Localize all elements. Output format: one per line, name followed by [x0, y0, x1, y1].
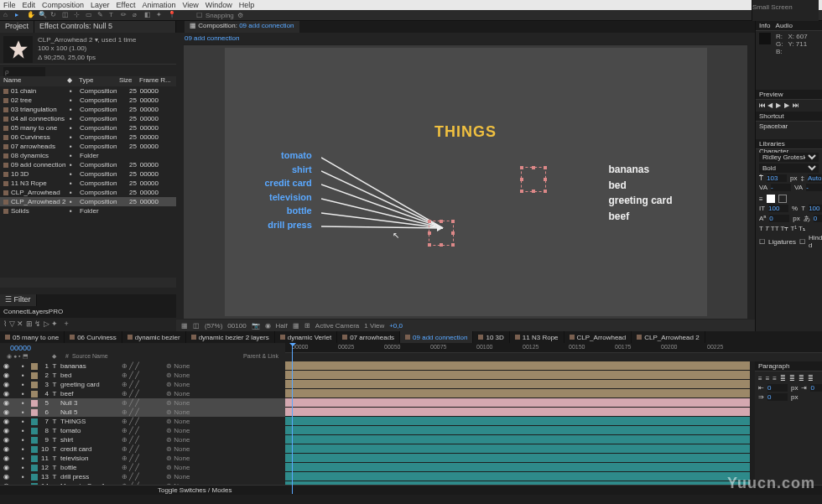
preview-first-icon[interactable]: ⏮	[759, 101, 766, 108]
grid-icon[interactable]: ⊞	[304, 322, 310, 330]
menu-help[interactable]: Help	[239, 1, 255, 9]
baseline-input[interactable]	[769, 215, 789, 222]
ws-smallscreen[interactable]: Small Screen	[752, 3, 819, 11]
resolution-select[interactable]: Half	[276, 322, 288, 330]
playhead[interactable]	[292, 343, 293, 494]
layer-bar[interactable]	[285, 361, 750, 370]
wireframe-icon[interactable]: ◫	[193, 322, 200, 330]
justify-all-icon[interactable]: ≣	[808, 375, 814, 382]
tab-effect-controls[interactable]: Effect Controls: Null 5	[34, 21, 176, 33]
pen-tool-icon[interactable]: ✎	[97, 11, 106, 19]
snap-opt-icon[interactable]: ⚙	[237, 12, 243, 19]
preview-next-icon[interactable]: ▶	[784, 101, 791, 108]
camera-select[interactable]: Active Camera	[315, 322, 359, 330]
shape-tool-icon[interactable]: ▭	[86, 11, 94, 19]
project-item[interactable]: 11 N3 Rope▪Composition2500000	[0, 179, 176, 188]
timeline-tab[interactable]: 09 add connection	[400, 331, 473, 343]
layer-bar[interactable]	[285, 444, 750, 453]
eraser-tool-icon[interactable]: ◧	[144, 11, 153, 19]
time-display[interactable]: 00100	[227, 322, 246, 330]
project-item[interactable]: Solids▪Folder	[0, 206, 176, 216]
layer-bar[interactable]	[285, 398, 750, 407]
timeline-time[interactable]: 00000	[0, 343, 285, 353]
timeline-tab[interactable]: 06 Curviness	[65, 331, 122, 343]
timeline-layer-row[interactable]: ◉▪2Tbed⊕ ╱ ╱⊚ None	[0, 371, 285, 380]
ligatures-label[interactable]: Ligatures	[768, 238, 796, 246]
font-size-input[interactable]	[767, 174, 787, 182]
project-item[interactable]: 10 3D▪Composition2500000	[0, 169, 176, 179]
filter-tab[interactable]: ☰ Filter	[0, 294, 37, 306]
leading-input[interactable]	[808, 174, 822, 182]
italic-icon[interactable]: T	[765, 225, 769, 232]
toggle-switches-button[interactable]: Toggle Switches / Modes	[158, 486, 232, 494]
font-family-select[interactable]: Ridley Grotesk	[759, 153, 819, 162]
preview-last-icon[interactable]: ⏭	[793, 101, 799, 108]
smallcaps-icon[interactable]: Tᴛ	[781, 225, 789, 232]
timeline-bars[interactable]	[285, 361, 755, 485]
project-search-input[interactable]	[3, 67, 45, 76]
timeline-tab[interactable]: dynamic bezier 2 layers	[186, 331, 275, 343]
col-frame[interactable]: Frame R...	[139, 76, 171, 86]
view-select[interactable]: 1 View	[364, 322, 384, 330]
tracking-input[interactable]	[806, 184, 822, 191]
alpha-icon[interactable]: ▦	[181, 322, 188, 330]
menu-effect[interactable]: Effect	[117, 1, 136, 9]
project-item[interactable]: 08 dynamics▪Folder	[0, 151, 176, 160]
menu-view[interactable]: View	[182, 1, 198, 9]
timeline-layer-row[interactable]: ◉▪11Ttelevision⊕ ╱ ╱⊚ None	[0, 454, 285, 463]
project-item[interactable]: CLP_Arrowhead▪Composition2500000	[0, 188, 176, 197]
zoom-value[interactable]: (57%)	[205, 322, 222, 330]
layer-bar[interactable]	[285, 371, 750, 379]
project-item[interactable]: CLP_Arrowhead 2▪Composition2500000	[0, 197, 176, 206]
preview-prev-icon[interactable]: ◀	[767, 101, 774, 108]
rotate-tool-icon[interactable]: ↻	[50, 11, 59, 19]
col-label-icon[interactable]: ◆	[67, 76, 77, 86]
project-item[interactable]: 03 triangulation▪Composition2500000	[0, 105, 176, 114]
null-3-box[interactable]	[521, 167, 546, 192]
indent-first-input[interactable]	[767, 393, 788, 401]
indent-right-input[interactable]	[810, 384, 822, 392]
timeline-layers[interactable]: ◉▪1Tbananas⊕ ╱ ╱⊚ None◉▪2Tbed⊕ ╱ ╱⊚ None…	[0, 361, 285, 485]
clone-tool-icon[interactable]: ⌀	[133, 11, 141, 19]
exposure-value[interactable]: +0,0	[389, 322, 403, 330]
snapping-check[interactable]: ☐	[196, 12, 202, 19]
channel-icon[interactable]: ◉	[265, 322, 271, 330]
bold-icon[interactable]: T	[759, 225, 763, 232]
home-icon[interactable]: ⌂	[3, 11, 12, 19]
puppet-tool-icon[interactable]: 📍	[168, 11, 176, 19]
brush-tool-icon[interactable]: ✏	[121, 11, 129, 19]
align-left-icon[interactable]: ≡	[758, 375, 762, 382]
roi-icon[interactable]: ▦	[293, 322, 299, 330]
preview-play-icon[interactable]: ▶	[776, 101, 783, 108]
hand-tool-icon[interactable]: ✋	[27, 11, 35, 19]
col-name[interactable]: Name	[3, 76, 65, 86]
timeline-layer-row[interactable]: ◉▪10Tcredit card⊕ ╱ ╱⊚ None	[0, 444, 285, 454]
menu-window[interactable]: Window	[206, 1, 232, 9]
kerning-input[interactable]	[771, 184, 791, 191]
super-icon[interactable]: T¹	[790, 225, 797, 232]
hscale-input[interactable]	[809, 205, 822, 212]
timeline-tab[interactable]: 10 3D	[473, 331, 509, 343]
timeline-layer-row[interactable]: ◉▪6Null 5⊕ ╱ ╱⊚ None	[0, 408, 285, 417]
anchor-tool-icon[interactable]: ⊹	[74, 11, 82, 19]
timeline-layer-row[interactable]: ◉▪3Tgreeting card⊕ ╱ ╱⊚ None	[0, 380, 285, 389]
menu-file[interactable]: File	[3, 1, 16, 9]
indent-left-input[interactable]	[767, 384, 788, 392]
hindi-label[interactable]: Hindi d	[809, 234, 822, 249]
timeline-tab[interactable]: CLP_Arrowhead 2	[632, 331, 705, 343]
timeline-tab[interactable]: 07 arrowheads	[337, 331, 400, 343]
font-weight-select[interactable]: Bold	[759, 164, 819, 173]
null-5-box[interactable]	[429, 221, 454, 246]
sub-icon[interactable]: T₁	[799, 225, 805, 232]
timeline-tab[interactable]: dynamic bezier	[122, 331, 186, 343]
menu-composition[interactable]: Composition	[42, 1, 84, 9]
timeline-layer-row[interactable]: ◉▪8Ttomato⊕ ╱ ╱⊚ None	[0, 426, 285, 435]
justify-center-icon[interactable]: ≣	[789, 375, 795, 382]
project-item[interactable]: 02 tree▪Composition2500000	[0, 96, 176, 105]
breadcrumb[interactable]: 09 add connection	[176, 33, 755, 44]
col-type[interactable]: Type	[79, 76, 117, 86]
camera-tool-icon[interactable]: ◫	[62, 11, 70, 19]
tab-composition[interactable]: ▦ Composition: 09 add connection	[185, 21, 299, 33]
layer-bar[interactable]	[285, 472, 750, 481]
layer-bar[interactable]	[285, 481, 750, 485]
